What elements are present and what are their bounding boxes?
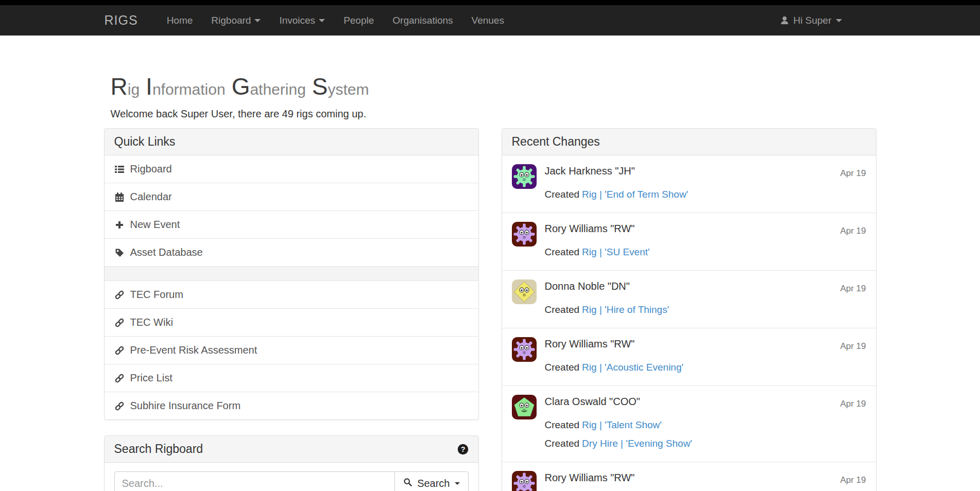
entry-person-name: Jack Harkness "JH" bbox=[545, 165, 866, 177]
quick-link-label: TEC Forum bbox=[130, 289, 183, 301]
quick-links-divider bbox=[105, 266, 478, 280]
brand-logo[interactable]: RIGS bbox=[96, 13, 146, 28]
quick-link-label: New Event bbox=[130, 219, 180, 231]
quick-link-label: Calendar bbox=[130, 191, 172, 203]
quick-links-panel: Quick Links RigboardCalendarNew EventAss… bbox=[104, 128, 479, 420]
entry-date: Apr 19 bbox=[840, 284, 866, 294]
avatar[interactable] bbox=[512, 395, 537, 419]
action-link[interactable]: Rig | 'Acoustic Evening' bbox=[582, 362, 683, 373]
search-rigboard-panel: Search Rigboard ? Search bbox=[104, 435, 479, 491]
page-title: RigInformationGatheringSystem bbox=[111, 74, 876, 99]
quick-link-rigboard[interactable]: Rigboard bbox=[105, 155, 478, 183]
action-verb: Created bbox=[545, 419, 580, 430]
search-input[interactable] bbox=[114, 471, 396, 491]
entry-date: Apr 19 bbox=[840, 399, 866, 409]
entry-action: CreatedRig | 'SU Event' bbox=[545, 247, 866, 258]
navbar-menu: HomeRigboardInvoicesPeopleOrganisationsV… bbox=[158, 5, 513, 36]
search-button[interactable]: Search bbox=[394, 471, 468, 491]
action-link[interactable]: Rig | 'Talent Show' bbox=[582, 419, 662, 430]
nav-item-home[interactable]: Home bbox=[158, 5, 202, 36]
search-button-label: Search bbox=[417, 478, 450, 489]
action-link[interactable]: Rig | 'Hire of Things' bbox=[582, 304, 669, 315]
title-rest: nformation bbox=[152, 81, 226, 98]
avatar[interactable] bbox=[512, 164, 537, 189]
entry-person-name: Rory Williams "RW" bbox=[545, 472, 866, 484]
action-verb: Created bbox=[545, 247, 580, 257]
question-circle-icon[interactable]: ? bbox=[457, 444, 469, 455]
title-initial: R bbox=[111, 73, 128, 100]
entry-date: Apr 19 bbox=[840, 475, 866, 485]
title-initial: G bbox=[232, 73, 250, 100]
quick-link-label: TEC Wiki bbox=[130, 317, 173, 328]
recent-changes-list: Jack Harkness "JH"CreatedRig | 'End of T… bbox=[502, 155, 876, 491]
entry-person-name: Donna Noble "DN" bbox=[545, 280, 866, 292]
entry-action: CreatedRig | 'End of Term Show' bbox=[545, 189, 866, 200]
caret-down-icon bbox=[455, 482, 460, 485]
quick-link-price-list[interactable]: Price List bbox=[105, 364, 478, 392]
caret-down-icon bbox=[254, 19, 261, 22]
caret-down-icon bbox=[319, 19, 325, 22]
recent-change-entry: Donna Noble "DN"CreatedRig | 'Hire of Th… bbox=[502, 270, 876, 328]
quick-link-label: Subhire Insurance Form bbox=[130, 400, 241, 412]
caret-down-icon bbox=[836, 19, 842, 22]
user-menu-label: Hi Super bbox=[794, 15, 832, 26]
nav-item-people[interactable]: People bbox=[334, 5, 383, 36]
search-rigboard-header: Search Rigboard ? bbox=[105, 436, 478, 463]
avatar[interactable] bbox=[512, 337, 537, 362]
title-rest: athering bbox=[250, 81, 305, 98]
action-link[interactable]: Rig | 'SU Event' bbox=[582, 247, 650, 257]
nav-item-invoices[interactable]: Invoices bbox=[270, 5, 334, 36]
title-initial: I bbox=[146, 73, 152, 100]
search-rigboard-body: Search bbox=[105, 463, 478, 491]
action-verb: Created bbox=[545, 304, 580, 315]
entry-date: Apr 19 bbox=[840, 226, 866, 236]
quick-link-tec-forum[interactable]: TEC Forum bbox=[105, 280, 478, 308]
entry-date: Apr 19 bbox=[840, 341, 866, 352]
svg-text:?: ? bbox=[460, 445, 465, 453]
nav-item-rigboard[interactable]: Rigboard bbox=[202, 5, 270, 36]
recent-changes-title: Recent Changes bbox=[502, 129, 876, 155]
link-icon bbox=[114, 345, 125, 356]
window-top-strip bbox=[0, 0, 980, 5]
action-link[interactable]: Dry Hire | 'Evening Show' bbox=[582, 438, 692, 449]
quick-link-asset-database[interactable]: Asset Database bbox=[105, 238, 478, 266]
link-icon bbox=[114, 373, 125, 383]
entry-action: CreatedRig | 'Acoustic Evening' bbox=[545, 362, 866, 373]
quick-link-label: Asset Database bbox=[130, 247, 203, 258]
entry-action: CreatedRig | 'Hire of Things' bbox=[545, 304, 866, 315]
nav-item-venues[interactable]: Venues bbox=[462, 5, 513, 36]
recent-change-entry: Rory Williams "RW"CreatedRig | 'Acoustic… bbox=[502, 328, 876, 385]
entry-person-name: Clara Oswald "COO" bbox=[545, 396, 866, 408]
entry-person-name: Rory Williams "RW" bbox=[545, 223, 866, 235]
welcome-text: Welcome back Super User, there are 49 ri… bbox=[111, 108, 876, 120]
quick-links-list: RigboardCalendarNew EventAsset DatabaseT… bbox=[105, 155, 478, 419]
tag-icon bbox=[114, 248, 125, 258]
quick-link-new-event[interactable]: New Event bbox=[105, 211, 478, 238]
nav-item-organisations[interactable]: Organisations bbox=[383, 5, 462, 36]
title-rest: ystem bbox=[328, 81, 369, 98]
entry-person-name: Rory Williams "RW" bbox=[545, 338, 866, 350]
action-link[interactable]: Rig | 'End of Term Show' bbox=[582, 189, 688, 200]
link-icon bbox=[114, 318, 125, 328]
quick-link-calendar[interactable]: Calendar bbox=[105, 183, 478, 211]
entry-action: CreatedRig | 'Talent Show' bbox=[545, 419, 866, 431]
quick-link-subhire-insurance-form[interactable]: Subhire Insurance Form bbox=[105, 392, 478, 419]
search-rigboard-title: Search Rigboard bbox=[114, 442, 203, 456]
navbar: RIGS HomeRigboardInvoicesPeopleOrganisat… bbox=[0, 5, 980, 36]
quick-link-pre-event-risk-assessment[interactable]: Pre-Event Risk Assessment bbox=[105, 336, 478, 364]
search-icon bbox=[403, 478, 412, 489]
quick-link-label: Pre-Event Risk Assessment bbox=[130, 344, 257, 356]
action-verb: Created bbox=[545, 438, 580, 449]
quick-link-label: Price List bbox=[130, 372, 173, 384]
recent-change-entry: Rory Williams "RW"CreatedRig | 'SU Event… bbox=[502, 213, 876, 270]
quick-link-tec-wiki[interactable]: TEC Wiki bbox=[105, 308, 478, 336]
title-rest: ig bbox=[128, 81, 140, 98]
avatar[interactable] bbox=[512, 222, 537, 247]
user-menu[interactable]: Hi Super bbox=[780, 15, 842, 26]
title-initial: S bbox=[312, 73, 328, 100]
avatar[interactable] bbox=[512, 279, 537, 304]
quick-links-title: Quick Links bbox=[105, 129, 478, 155]
avatar[interactable] bbox=[512, 471, 537, 491]
recent-change-entry: Rory Williams "RW"Apr 19 bbox=[502, 462, 876, 491]
recent-changes-panel: Recent Changes Jack Harkness "JH"Created… bbox=[502, 128, 876, 491]
